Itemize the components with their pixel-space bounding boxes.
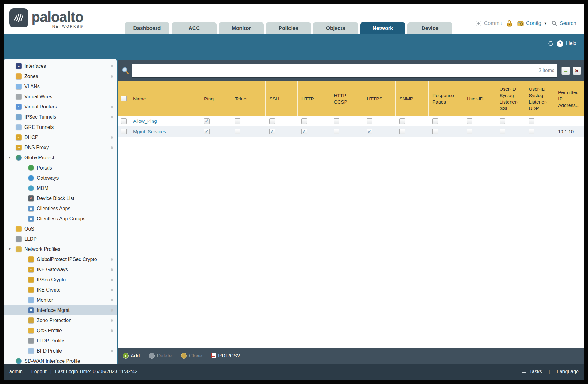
commit-button[interactable]: Commit: [475, 20, 502, 27]
sidebar-item-15d[interactable]: ▼ ▦ Clientless App Groups: [4, 214, 117, 224]
tab-5d[interactable]: Network: [360, 22, 405, 34]
sidebar-item-1d[interactable]: ▼ Zones: [4, 71, 117, 81]
column-header-12d[interactable]: Permitted IP Address...: [554, 81, 584, 116]
table-header-row: Name Ping Telnet SSH HTTP: [118, 81, 584, 116]
column-header-label: User-ID Syslog Listener- UDP: [529, 86, 547, 112]
column-header-0d[interactable]: Name: [129, 81, 200, 116]
sidebar-item-label: Interface Mgmt: [37, 308, 70, 313]
sidebar-item-26d[interactable]: ▼ QoS Profile: [4, 325, 117, 336]
sidebar-item-5d[interactable]: ▼ IPSec Tunnels: [4, 112, 117, 122]
row-select-checkbox[interactable]: [121, 118, 127, 124]
user-id-checkbox: [467, 129, 472, 134]
sidebar-item-12d[interactable]: ▼ MDM: [4, 183, 117, 193]
language-button[interactable]: Language: [557, 369, 579, 374]
tab-3d[interactable]: Policies: [266, 22, 311, 34]
sidebar-item-label: GlobalProtect IPSec Crypto: [37, 257, 97, 262]
sidebar-item-16d[interactable]: ▼ QoS: [4, 224, 117, 234]
clear-filter-button[interactable]: ×: [573, 67, 581, 75]
config-lock-button[interactable]: [506, 20, 513, 27]
column-header-2d[interactable]: Telnet: [231, 81, 266, 116]
sidebar-item-label: IKE Crypto: [37, 287, 60, 293]
portals-icon: [28, 165, 34, 171]
column-header-7d[interactable]: SNMP: [396, 81, 429, 116]
config-menu-button[interactable]: Config ▼: [517, 20, 547, 27]
column-header-label: Name: [133, 96, 146, 102]
column-header-label: SNMP: [399, 96, 413, 102]
sidebar-item-10d[interactable]: ▼ Portals: [4, 163, 117, 173]
column-header-5d[interactable]: HTTP OCSP: [330, 81, 363, 116]
expand-triangle-icon[interactable]: ▼: [8, 156, 11, 159]
sidebar-item-23d[interactable]: ▼ ○ Monitor: [4, 295, 117, 305]
paloalto-logo-text: paloalto NETWORKS®: [31, 8, 83, 29]
refresh-icon[interactable]: [547, 40, 554, 47]
http-ocsp-checkbox: [334, 118, 339, 124]
status-dot: [111, 309, 113, 312]
help-icon[interactable]: ?: [557, 40, 563, 47]
column-header-11d[interactable]: User-ID Syslog Listener- UDP: [525, 81, 554, 116]
column-header-9d[interactable]: User-ID: [463, 81, 496, 116]
sidebar-item-label: QoS Profile: [37, 328, 62, 333]
sidebar-item-7d[interactable]: ▼ IP DHCP: [4, 132, 117, 142]
lldp-icon: [16, 236, 22, 242]
tasks-button[interactable]: Tasks: [529, 369, 542, 374]
sidebar-item-2d[interactable]: ▼ VLANs: [4, 81, 117, 92]
help-label[interactable]: Help: [566, 41, 576, 46]
sidebar-item-label: Network Profiles: [24, 247, 60, 252]
header-cell-select: [118, 81, 129, 116]
sidebar-item-9d[interactable]: ▼ GlobalProtect: [4, 153, 117, 163]
pdf-csv-button[interactable]: PDF/CSV: [211, 353, 240, 359]
delete-button[interactable]: − Delete: [149, 353, 172, 359]
column-header-label: SSH: [269, 96, 279, 102]
sidebar-item-19d[interactable]: ▼ GlobalProtect IPSec Crypto: [4, 254, 117, 264]
sidebar-item-21d[interactable]: ▼ IPSec Crypto: [4, 275, 117, 285]
sidebar-item-13d[interactable]: ▼ ∅ Device Block List: [4, 193, 117, 203]
sidebar-item-20d[interactable]: ▼ π IKE Gateways: [4, 264, 117, 275]
sidebar-item-3d[interactable]: ▼ Virtual Wires: [4, 92, 117, 102]
column-header-8d[interactable]: Response Pages: [429, 81, 463, 116]
sidebar-item-11d[interactable]: ▼ Gateways: [4, 173, 117, 183]
sdwan-icon: [16, 358, 22, 364]
sidebar-item-8d[interactable]: ▼ DNS DNS Proxy: [4, 142, 117, 153]
sidebar-item-4d[interactable]: ▼ + Virtual Routers: [4, 102, 117, 112]
sidebar-item-label: Zones: [24, 74, 38, 79]
sidebar-item-24d[interactable]: ▼ ✱ Interface Mgmt: [4, 305, 117, 315]
sidebar-item-17d[interactable]: ▼ LLDP: [4, 234, 117, 244]
sidebar-item-25d[interactable]: ▼ Zone Protection: [4, 315, 117, 325]
profile-name-link[interactable]: Mgmt_Services: [133, 129, 166, 134]
profile-name-link[interactable]: Allow_Ping: [133, 118, 157, 124]
column-header-6d[interactable]: HTTPS: [363, 81, 396, 116]
sidebar-item-28d[interactable]: ▼ BFD Profile: [4, 346, 117, 356]
expand-triangle-icon[interactable]: ▼: [8, 247, 11, 251]
sidebar-item-22d[interactable]: ▼ IKE Crypto: [4, 285, 117, 295]
sidebar-item-6d[interactable]: ▼ GRE Tunnels: [4, 122, 117, 132]
column-header-4d[interactable]: HTTP: [298, 81, 330, 116]
tab-2d[interactable]: Monitor: [219, 22, 264, 34]
ssh-checkbox: ✓: [269, 129, 275, 134]
logout-link[interactable]: Logout: [31, 369, 47, 374]
tab-0d[interactable]: Dashboard: [125, 22, 169, 34]
sidebar-item-27d[interactable]: ▼ LLDP Profile: [4, 336, 117, 346]
tab-1d[interactable]: ACC: [172, 22, 217, 34]
sidebar-item-label: Virtual Routers: [24, 104, 57, 110]
filter-input[interactable]: [132, 64, 557, 78]
select-all-checkbox[interactable]: [121, 96, 127, 101]
search-button[interactable]: Search: [551, 20, 576, 27]
sidebar-item-18d[interactable]: ▼ Network Profiles: [4, 244, 117, 254]
column-header-label: Ping: [204, 96, 214, 102]
sidebar-item-29d[interactable]: ▼ SD-WAN Interface Profile: [4, 356, 117, 364]
tab-4d[interactable]: Objects: [313, 22, 358, 34]
tab-6d[interactable]: Device: [407, 22, 452, 34]
sidebar-item-14d[interactable]: ▼ ▦ Clientless Apps: [4, 203, 117, 214]
zone-protection-icon: [28, 317, 34, 323]
table-toolbar: + Add − Delete Clone PDF/CSV: [118, 348, 584, 364]
apply-filter-button[interactable]: →: [561, 67, 570, 75]
column-header-10d[interactable]: User-ID Syslog Listener- SSL: [496, 81, 525, 116]
status-dot: [111, 258, 113, 261]
sidebar-item-0d[interactable]: ▼ ••• Interfaces: [4, 61, 117, 71]
column-header-3d[interactable]: SSH: [266, 81, 298, 116]
add-button[interactable]: + Add: [123, 353, 140, 359]
clone-button[interactable]: Clone: [181, 353, 202, 359]
column-header-1d[interactable]: Ping: [200, 81, 231, 116]
search-icon: [121, 66, 130, 76]
row-select-checkbox[interactable]: [121, 129, 127, 134]
